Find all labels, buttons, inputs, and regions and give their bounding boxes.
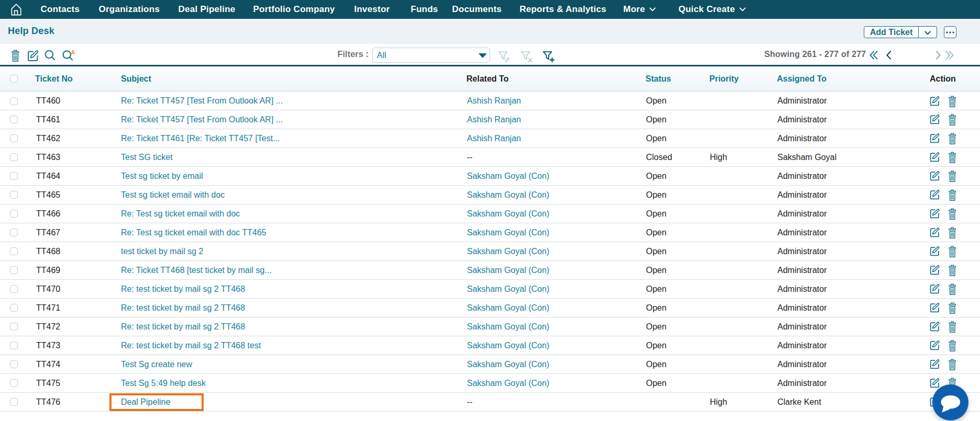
svg-text:A: A: [71, 49, 75, 55]
